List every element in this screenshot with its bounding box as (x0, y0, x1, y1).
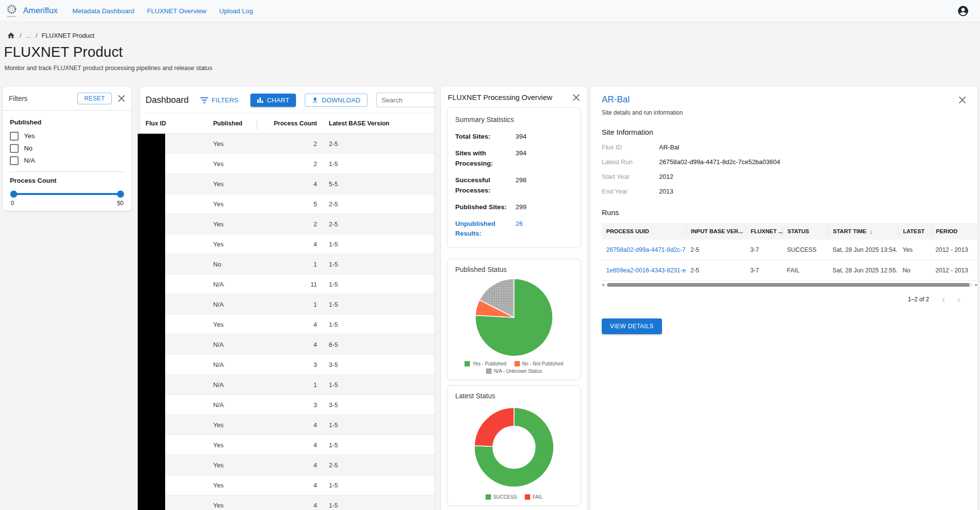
cell-latest-base-version: 1-5 (322, 502, 434, 509)
legend-chip (486, 494, 491, 500)
slider-min-handle[interactable] (10, 191, 17, 197)
site-title: AR-Bal (602, 95, 953, 105)
stat-unpublished-results[interactable]: Unpublished Results:26 (455, 219, 573, 240)
scrollbar-thumb[interactable] (607, 283, 970, 287)
col-header-published: Published (213, 120, 257, 127)
table-row[interactable]: Yes21-5 (140, 154, 434, 174)
ameriflux-logo[interactable]: AmeriFlux (6, 4, 18, 18)
field-label: Latest Run (602, 158, 659, 166)
runs-title: Runs (602, 208, 966, 217)
field-start-year: Start Year2012 (602, 173, 966, 180)
latest-status-svg (449, 402, 579, 493)
dashboard-title: Dashboard (146, 95, 189, 105)
slider-min-label: 0 (11, 200, 14, 207)
published-status-pie-chart (449, 275, 579, 360)
next-page-icon[interactable]: › (951, 294, 966, 304)
bar-chart-icon (257, 97, 264, 103)
brand-link[interactable]: Ameriflux (23, 6, 58, 16)
table-row[interactable]: Yes41-5 (140, 415, 434, 435)
horizontal-scrollbar: ◂ ▸ (602, 282, 978, 288)
table-row[interactable]: No11-5 (140, 254, 434, 274)
runs-col-header-status[interactable]: STATUS (783, 227, 828, 236)
cell-published: N/A (213, 341, 257, 348)
checkbox-n-a[interactable] (10, 156, 19, 165)
scroll-left-icon[interactable]: ◂ (602, 282, 604, 288)
legend-label: N/A - Unknown Status (494, 368, 542, 374)
cell-process-uuid[interactable]: 26758a02-d99a-4471-8d2c-7... (602, 246, 686, 253)
breadcrumb-ellipsis[interactable]: ... (26, 32, 31, 39)
table-row[interactable]: Yes52-5 (140, 194, 434, 214)
cell-period: 2012 - 2013 (931, 267, 978, 274)
slider-max-handle[interactable] (117, 191, 124, 197)
table-row[interactable]: N/A11-5 (140, 294, 434, 315)
table-row[interactable]: Yes41-5 (140, 495, 434, 510)
scroll-right-icon[interactable]: ▸ (975, 282, 978, 288)
checkbox-label: N/A (24, 157, 35, 164)
cell-process-count: 3 (257, 401, 322, 409)
field-label: Flux ID (602, 144, 659, 151)
runs-col-header-start-time[interactable]: START TIME↓ (828, 227, 898, 236)
table-row[interactable]: Yes41-5 (140, 234, 434, 254)
cell-latest: No (898, 267, 931, 274)
process-uuid-link[interactable]: 1e659ea2-0016-4343-8231-e... (606, 267, 686, 274)
runs-col-header-fluxnet[interactable]: FLUXNET ... (746, 227, 783, 236)
page-subtitle: Monitor and track FLUXNET product proces… (4, 65, 212, 72)
nav-link-fluxnet-overview[interactable]: FLUXNET Overview (147, 7, 206, 15)
table-row[interactable]: Yes45-5 (140, 174, 434, 194)
table-row[interactable]: N/A46-5 (140, 335, 434, 355)
search-input[interactable] (376, 93, 434, 107)
cell-process-count: 1 (257, 261, 322, 268)
table-row[interactable]: Yes41-5 (140, 475, 434, 495)
table-row[interactable]: N/A33-5 (140, 395, 434, 415)
legend-item-fail: FAIL (525, 494, 543, 500)
processing-overview-panel: FLUXNET Processing Overview Summary Stat… (441, 87, 587, 510)
sort-desc-icon: ↓ (869, 228, 873, 235)
cell-published: N/A (213, 401, 257, 409)
close-filters-icon[interactable] (118, 95, 125, 102)
checkbox-no[interactable] (10, 144, 19, 153)
field-value: 2012 (659, 173, 673, 180)
checkbox-option-n-a[interactable]: N/A (10, 154, 124, 167)
runs-col-header-period[interactable]: PERIOD (931, 227, 978, 236)
cell-latest-base-version: 3-5 (322, 361, 434, 368)
chart-button[interactable]: CHART (250, 94, 296, 107)
previous-page-icon[interactable]: ‹ (936, 294, 951, 304)
cell-process-uuid[interactable]: 1e659ea2-0016-4343-8231-e... (602, 267, 686, 274)
checkbox-yes[interactable] (10, 132, 19, 141)
runs-col-header-latest[interactable]: LATEST (898, 227, 931, 236)
cell-published: Yes (213, 180, 257, 188)
table-row[interactable]: Yes42-5 (140, 455, 434, 475)
col-header-process-count: Process Count (257, 120, 322, 127)
divider (10, 171, 124, 172)
checkbox-label: Yes (24, 132, 35, 140)
table-row[interactable]: N/A111-5 (140, 274, 434, 294)
latest-status-donut-chart (449, 402, 579, 493)
download-button[interactable]: DOWNLOAD (305, 94, 368, 107)
account-button[interactable] (957, 5, 969, 17)
cell-fluxnet-version: 3-7 (746, 246, 783, 253)
filters-button[interactable]: FILTERS (197, 95, 242, 106)
home-icon[interactable] (7, 31, 15, 40)
close-overview-icon[interactable] (572, 94, 580, 101)
runs-col-header-input-base-ver[interactable]: INPUT BASE VER... (686, 227, 746, 236)
view-details-button[interactable]: VIEW DETAILS (602, 318, 662, 334)
table-row[interactable]: Yes41-5 (140, 435, 434, 455)
reset-filters-button[interactable]: RESET (77, 93, 112, 104)
runs-col-header-process-uuid[interactable]: PROCESS UUID (602, 227, 686, 236)
table-row[interactable]: N/A11-5 (140, 375, 434, 395)
close-site-panel-icon[interactable] (958, 96, 966, 104)
table-row[interactable]: Yes22-5 (140, 214, 434, 234)
process-uuid-link[interactable]: 26758a02-d99a-4471-8d2c-7... (606, 246, 686, 253)
checkbox-option-no[interactable]: No (10, 142, 124, 154)
nav-link-upload-log[interactable]: Upload Log (219, 7, 253, 15)
field-label: End Year (602, 188, 659, 195)
table-row[interactable]: N/A33-5 (140, 355, 434, 375)
filters-title: Filters (9, 95, 77, 102)
dashboard-table-header: Flux ID Published Process Count Latest B… (140, 113, 434, 134)
pagination-range: 1–2 of 2 (908, 296, 929, 303)
table-row[interactable]: Yes22-5 (140, 134, 434, 154)
cell-input-base-version: 2-5 (686, 267, 746, 274)
checkbox-option-yes[interactable]: Yes (10, 130, 124, 142)
table-row[interactable]: Yes41-5 (140, 315, 434, 335)
nav-link-metadata-dashboard[interactable]: Metadata Dashboard (73, 7, 134, 15)
